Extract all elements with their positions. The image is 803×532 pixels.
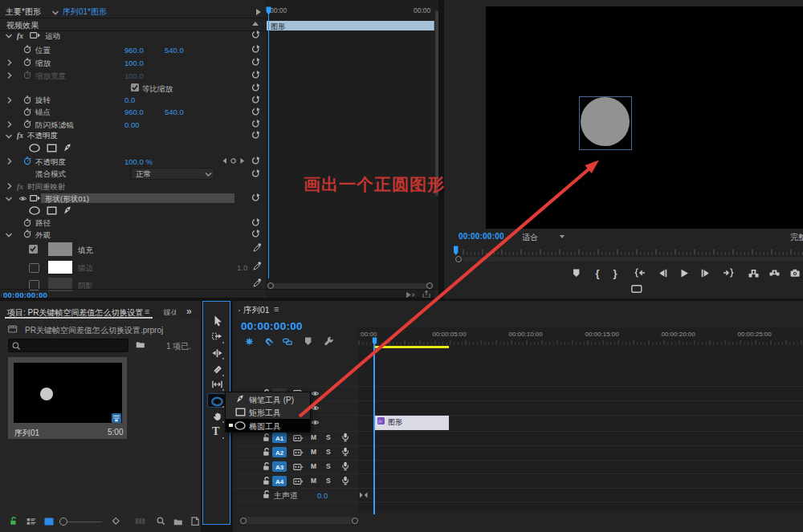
zoom-knob-left[interactable] [240,518,247,524]
selection-tool[interactable] [214,315,222,327]
reset-param-icon[interactable] [252,156,261,165]
timeline-tab-label[interactable]: 序列01 [243,305,270,316]
appearance-checkbox[interactable] [29,245,38,254]
step-back-button[interactable] [658,269,667,278]
program-settings-button[interactable] [631,285,642,293]
twirl-right-icon[interactable] [6,96,13,104]
new-bin-button[interactable] [136,340,145,349]
effect-controls-clip-label[interactable]: 序列01*图形 [63,6,107,18]
voiceover-record-icon[interactable] [341,433,350,443]
reset-param-icon[interactable] [252,83,261,92]
timeline-clip[interactable]: fx图形 [374,416,449,431]
section-collapse-icon[interactable] [252,22,259,26]
mute-button[interactable]: M [311,477,316,485]
stopwatch-icon[interactable] [23,156,32,165]
voiceover-record-icon[interactable] [341,447,350,457]
tab-overflow-chevron[interactable]: » [186,306,192,317]
export-frame-button[interactable] [790,269,800,278]
source-patch-icon[interactable] [293,434,304,442]
reset-param-icon[interactable] [252,95,261,104]
param-value-1[interactable]: 100.0 [124,71,144,80]
timeline-view-toggle-icon[interactable] [256,9,261,15]
mini-timeline-clip-bar[interactable]: 图形 [267,21,435,30]
zoom-knob-right[interactable] [352,518,358,524]
mark-out-button[interactable]: } [613,267,618,279]
stopwatch-icon[interactable] [23,229,32,238]
lift-button[interactable] [748,269,758,278]
list-view-button[interactable] [26,518,36,526]
effect-name-label[interactable]: 运动 [45,31,60,42]
solo-button[interactable]: S [326,433,331,441]
source-patch-icon[interactable] [293,477,304,485]
reset-param-icon[interactable] [252,30,261,39]
type-tool[interactable]: T [212,425,219,438]
solo-button[interactable]: S [326,448,331,456]
insert-nest-icon[interactable] [245,337,254,346]
color-swatch[interactable] [48,242,72,256]
stopwatch-icon[interactable] [23,218,32,227]
linked-selection-icon[interactable] [283,338,292,346]
appearance-checkbox[interactable] [29,263,39,274]
param-value-1[interactable]: 100.0 % [124,157,153,166]
reset-param-icon[interactable] [252,71,261,79]
stopwatch-icon[interactable] [23,45,32,54]
effect-name-label[interactable]: 不透明度 [27,131,58,141]
param-value-2[interactable]: 540.0 [165,46,184,55]
param-value-1[interactable]: 100.0 [124,59,144,67]
uniform-scale-checkbox[interactable] [131,83,139,91]
program-scrollbar[interactable] [463,257,803,262]
eyedropper-icon[interactable] [253,243,263,252]
track-lock-icon[interactable] [263,433,271,442]
pen-mask-icon[interactable] [63,206,71,215]
timeline-panel-menu-icon[interactable]: ≡ [274,304,279,314]
go-to-in-button[interactable] [634,268,646,278]
track-output-eye-icon[interactable] [311,390,320,397]
program-playhead[interactable] [453,246,459,256]
hand-tool[interactable] [213,412,222,421]
header-dropdown-chevron-icon[interactable] [51,9,59,16]
program-scrollbar-knob[interactable] [455,256,462,262]
add-keyframe-icon[interactable] [230,157,237,164]
effect-name-label[interactable]: 形状(形状01) [45,194,89,205]
find-button[interactable] [157,517,165,525]
source-patch-icon[interactable] [293,463,304,471]
reset-param-icon[interactable] [252,131,261,140]
track-select-forward-tool[interactable] [212,332,222,340]
solo-button[interactable]: S [326,477,331,485]
voiceover-record-icon[interactable] [341,476,350,486]
project-panel-menu-icon[interactable]: ≡ [145,307,149,316]
track-output-eye-icon[interactable] [311,404,320,412]
param-value-1[interactable]: 0.00 [124,120,140,129]
automate-to-sequence-button[interactable] [112,517,120,526]
eyedropper-icon[interactable] [253,278,263,287]
timeline-timecode[interactable]: 00:00:00:00 [241,320,303,332]
rect-mask-icon[interactable] [47,144,57,152]
new-bin-bottom-button[interactable] [173,518,182,526]
prev-keyframe-icon[interactable] [222,157,227,164]
twirl-down-icon[interactable] [5,32,13,39]
ellipse-mask-icon[interactable] [29,206,40,215]
rect-mask-icon[interactable] [47,206,57,215]
mini-h-scrollbar[interactable] [270,283,430,289]
param-value-1[interactable]: 0.0 [124,95,135,104]
track-target-A1[interactable]: A1 [272,433,287,443]
step-forward-button[interactable] [701,269,710,278]
reset-param-icon[interactable] [252,45,261,54]
track-lock-icon[interactable] [263,477,271,485]
blend-mode-dropdown[interactable]: 正常 [131,168,214,181]
twirl-right-icon[interactable] [6,182,13,190]
source-patch-icon[interactable] [293,449,304,457]
twirl-down-icon[interactable] [5,195,13,202]
voiceover-record-icon[interactable] [341,461,350,472]
drawn-circle-shape[interactable] [581,97,630,146]
next-keyframe-icon[interactable] [239,157,245,164]
track-target-A2[interactable]: A2 [272,447,287,457]
solo-button[interactable]: S [326,462,331,470]
timeline-ruler[interactable]: :00:0000:00:05:0000:00:10:0000:00:15:000… [358,327,803,345]
pen-mask-icon[interactable] [63,144,71,152]
appearance-value[interactable]: 1.0 [237,263,247,272]
mute-button[interactable]: M [311,448,316,456]
mute-button[interactable]: M [311,462,316,470]
zoom-level-select[interactable]: 适合 [522,232,538,243]
stopwatch-icon[interactable] [23,108,32,116]
